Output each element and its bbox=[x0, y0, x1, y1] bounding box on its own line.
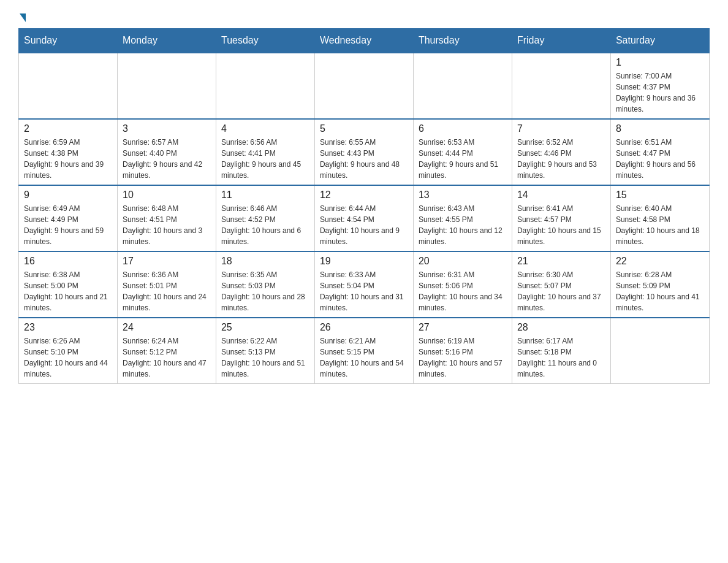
weekday-header-sunday: Sunday bbox=[19, 29, 118, 53]
day-number: 24 bbox=[123, 322, 211, 333]
day-number: 25 bbox=[221, 322, 309, 333]
calendar-week-row: 1Sunrise: 7:00 AM Sunset: 4:37 PM Daylig… bbox=[19, 53, 710, 119]
day-number: 6 bbox=[419, 123, 507, 134]
calendar-day-cell: 14Sunrise: 6:41 AM Sunset: 4:57 PM Dayli… bbox=[512, 185, 610, 251]
weekday-header-friday: Friday bbox=[512, 29, 610, 53]
day-info: Sunrise: 6:22 AM Sunset: 5:13 PM Dayligh… bbox=[221, 335, 309, 380]
calendar-day-cell: 16Sunrise: 6:38 AM Sunset: 5:00 PM Dayli… bbox=[19, 251, 118, 318]
day-info: Sunrise: 6:43 AM Sunset: 4:55 PM Dayligh… bbox=[419, 203, 507, 247]
weekday-header-monday: Monday bbox=[117, 29, 216, 53]
calendar-table: SundayMondayTuesdayWednesdayThursdayFrid… bbox=[18, 28, 710, 384]
day-info: Sunrise: 6:57 AM Sunset: 4:40 PM Dayligh… bbox=[123, 137, 211, 181]
day-number: 17 bbox=[123, 256, 211, 267]
day-number: 10 bbox=[123, 190, 211, 201]
calendar-day-cell: 10Sunrise: 6:48 AM Sunset: 4:51 PM Dayli… bbox=[117, 185, 216, 251]
day-number: 23 bbox=[24, 322, 112, 333]
calendar-day-cell: 8Sunrise: 6:51 AM Sunset: 4:47 PM Daylig… bbox=[610, 119, 709, 185]
day-number: 16 bbox=[24, 256, 112, 267]
calendar-day-cell: 19Sunrise: 6:33 AM Sunset: 5:04 PM Dayli… bbox=[314, 251, 413, 318]
weekday-header-wednesday: Wednesday bbox=[314, 29, 413, 53]
day-number: 4 bbox=[221, 123, 309, 134]
day-info: Sunrise: 6:21 AM Sunset: 5:15 PM Dayligh… bbox=[320, 335, 408, 380]
calendar-week-row: 23Sunrise: 6:26 AM Sunset: 5:10 PM Dayli… bbox=[19, 318, 710, 384]
calendar-day-cell: 18Sunrise: 6:35 AM Sunset: 5:03 PM Dayli… bbox=[216, 251, 314, 318]
day-number: 9 bbox=[24, 190, 112, 201]
day-number: 19 bbox=[320, 256, 408, 267]
calendar-week-row: 2Sunrise: 6:59 AM Sunset: 4:38 PM Daylig… bbox=[19, 119, 710, 185]
day-info: Sunrise: 6:46 AM Sunset: 4:52 PM Dayligh… bbox=[221, 203, 309, 247]
calendar-day-cell: 27Sunrise: 6:19 AM Sunset: 5:16 PM Dayli… bbox=[413, 318, 512, 384]
logo-text bbox=[18, 12, 26, 22]
calendar-day-cell: 9Sunrise: 6:49 AM Sunset: 4:49 PM Daylig… bbox=[19, 185, 118, 251]
day-info: Sunrise: 6:52 AM Sunset: 4:46 PM Dayligh… bbox=[517, 137, 605, 181]
calendar-day-cell bbox=[413, 53, 512, 119]
day-info: Sunrise: 6:40 AM Sunset: 4:58 PM Dayligh… bbox=[616, 203, 704, 247]
day-number: 12 bbox=[320, 190, 408, 201]
day-info: Sunrise: 6:48 AM Sunset: 4:51 PM Dayligh… bbox=[123, 203, 211, 247]
page-header bbox=[18, 12, 710, 22]
day-info: Sunrise: 6:35 AM Sunset: 5:03 PM Dayligh… bbox=[221, 269, 309, 313]
calendar-day-cell: 20Sunrise: 6:31 AM Sunset: 5:06 PM Dayli… bbox=[413, 251, 512, 318]
calendar-day-cell: 24Sunrise: 6:24 AM Sunset: 5:12 PM Dayli… bbox=[117, 318, 216, 384]
calendar-day-cell: 1Sunrise: 7:00 AM Sunset: 4:37 PM Daylig… bbox=[610, 53, 709, 119]
day-info: Sunrise: 6:55 AM Sunset: 4:43 PM Dayligh… bbox=[320, 137, 408, 181]
day-number: 2 bbox=[24, 123, 112, 134]
weekday-header-saturday: Saturday bbox=[610, 29, 709, 53]
day-info: Sunrise: 6:53 AM Sunset: 4:44 PM Dayligh… bbox=[419, 137, 507, 181]
day-number: 18 bbox=[221, 256, 309, 267]
calendar-day-cell: 15Sunrise: 6:40 AM Sunset: 4:58 PM Dayli… bbox=[610, 185, 709, 251]
calendar-week-row: 16Sunrise: 6:38 AM Sunset: 5:00 PM Dayli… bbox=[19, 251, 710, 318]
calendar-day-cell bbox=[19, 53, 118, 119]
day-number: 1 bbox=[616, 57, 704, 68]
logo-arrow-icon bbox=[20, 13, 26, 22]
day-info: Sunrise: 6:19 AM Sunset: 5:16 PM Dayligh… bbox=[419, 335, 507, 380]
calendar-day-cell: 12Sunrise: 6:44 AM Sunset: 4:54 PM Dayli… bbox=[314, 185, 413, 251]
day-info: Sunrise: 6:41 AM Sunset: 4:57 PM Dayligh… bbox=[517, 203, 605, 247]
day-info: Sunrise: 6:38 AM Sunset: 5:00 PM Dayligh… bbox=[24, 269, 112, 313]
day-info: Sunrise: 6:31 AM Sunset: 5:06 PM Dayligh… bbox=[419, 269, 507, 313]
day-info: Sunrise: 6:24 AM Sunset: 5:12 PM Dayligh… bbox=[123, 335, 211, 380]
day-number: 26 bbox=[320, 322, 408, 333]
logo bbox=[18, 12, 26, 22]
calendar-day-cell: 28Sunrise: 6:17 AM Sunset: 5:18 PM Dayli… bbox=[512, 318, 610, 384]
day-number: 21 bbox=[517, 256, 605, 267]
calendar-day-cell: 7Sunrise: 6:52 AM Sunset: 4:46 PM Daylig… bbox=[512, 119, 610, 185]
day-number: 22 bbox=[616, 256, 704, 267]
calendar-day-cell: 11Sunrise: 6:46 AM Sunset: 4:52 PM Dayli… bbox=[216, 185, 314, 251]
calendar-day-cell: 2Sunrise: 6:59 AM Sunset: 4:38 PM Daylig… bbox=[19, 119, 118, 185]
calendar-day-cell bbox=[117, 53, 216, 119]
calendar-day-cell: 3Sunrise: 6:57 AM Sunset: 4:40 PM Daylig… bbox=[117, 119, 216, 185]
calendar-day-cell bbox=[610, 318, 709, 384]
calendar-day-cell: 17Sunrise: 6:36 AM Sunset: 5:01 PM Dayli… bbox=[117, 251, 216, 318]
calendar-day-cell: 22Sunrise: 6:28 AM Sunset: 5:09 PM Dayli… bbox=[610, 251, 709, 318]
calendar-day-cell bbox=[216, 53, 314, 119]
calendar-day-cell bbox=[314, 53, 413, 119]
calendar-day-cell: 4Sunrise: 6:56 AM Sunset: 4:41 PM Daylig… bbox=[216, 119, 314, 185]
day-info: Sunrise: 6:30 AM Sunset: 5:07 PM Dayligh… bbox=[517, 269, 605, 313]
day-info: Sunrise: 6:51 AM Sunset: 4:47 PM Dayligh… bbox=[616, 137, 704, 181]
day-number: 11 bbox=[221, 190, 309, 201]
day-info: Sunrise: 6:44 AM Sunset: 4:54 PM Dayligh… bbox=[320, 203, 408, 247]
calendar-day-cell: 6Sunrise: 6:53 AM Sunset: 4:44 PM Daylig… bbox=[413, 119, 512, 185]
day-info: Sunrise: 6:56 AM Sunset: 4:41 PM Dayligh… bbox=[221, 137, 309, 181]
day-info: Sunrise: 6:49 AM Sunset: 4:49 PM Dayligh… bbox=[24, 203, 112, 247]
day-number: 27 bbox=[419, 322, 507, 333]
day-number: 28 bbox=[517, 322, 605, 333]
calendar-day-cell: 5Sunrise: 6:55 AM Sunset: 4:43 PM Daylig… bbox=[314, 119, 413, 185]
day-info: Sunrise: 6:36 AM Sunset: 5:01 PM Dayligh… bbox=[123, 269, 211, 313]
calendar-header-row: SundayMondayTuesdayWednesdayThursdayFrid… bbox=[19, 29, 710, 53]
calendar-day-cell: 26Sunrise: 6:21 AM Sunset: 5:15 PM Dayli… bbox=[314, 318, 413, 384]
calendar-week-row: 9Sunrise: 6:49 AM Sunset: 4:49 PM Daylig… bbox=[19, 185, 710, 251]
day-info: Sunrise: 6:28 AM Sunset: 5:09 PM Dayligh… bbox=[616, 269, 704, 313]
day-info: Sunrise: 6:26 AM Sunset: 5:10 PM Dayligh… bbox=[24, 335, 112, 380]
calendar-day-cell: 21Sunrise: 6:30 AM Sunset: 5:07 PM Dayli… bbox=[512, 251, 610, 318]
day-info: Sunrise: 7:00 AM Sunset: 4:37 PM Dayligh… bbox=[616, 71, 704, 115]
weekday-header-thursday: Thursday bbox=[413, 29, 512, 53]
weekday-header-tuesday: Tuesday bbox=[216, 29, 314, 53]
day-number: 20 bbox=[419, 256, 507, 267]
day-number: 3 bbox=[123, 123, 211, 134]
day-number: 13 bbox=[419, 190, 507, 201]
day-info: Sunrise: 6:33 AM Sunset: 5:04 PM Dayligh… bbox=[320, 269, 408, 313]
day-number: 5 bbox=[320, 123, 408, 134]
day-number: 14 bbox=[517, 190, 605, 201]
